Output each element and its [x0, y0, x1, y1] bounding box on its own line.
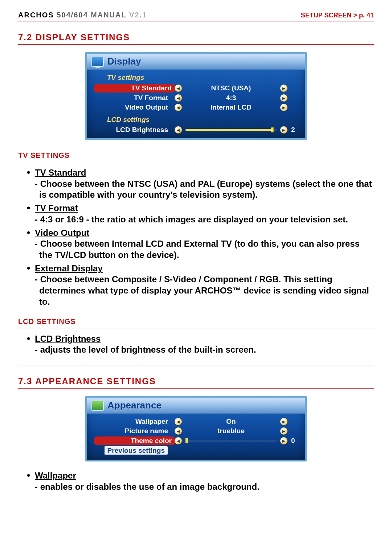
row-tv-standard: TV Standard ◄ NTSC (USA) ► [87, 83, 305, 93]
arrow-left-icon: ◄ [175, 85, 182, 92]
appearance-screenshot: Appearance Wallpaper ◄ On ► Picture name… [85, 396, 307, 461]
display-title: Display [107, 56, 141, 67]
brightness-slider [185, 129, 277, 131]
arrow-left-icon: ◄ [175, 437, 182, 444]
list-item: Wallpaper enables or disables the use of… [27, 470, 374, 492]
item-desc: Choose between Composite / S-Video / Com… [39, 274, 374, 307]
group-lcd-settings: LCD settings [87, 112, 305, 125]
page-header: ARCHOS 504/604 MANUAL V2.1 SETUP SCREEN … [18, 11, 374, 21]
item-title: Video Output [35, 228, 89, 238]
list-item: TV Standard Choose between the NTSC (USA… [27, 167, 374, 201]
breadcrumb: SETUP SCREEN > p. 41 [301, 12, 374, 19]
theme-color-value: 0 [290, 437, 298, 445]
value-picture-name: trueblue [184, 427, 278, 435]
label-theme-color: Theme color [94, 436, 175, 445]
display-screenshot: Display TV settings TV Standard ◄ NTSC (… [85, 52, 307, 140]
lcd-settings-list: LCD Brightness adjusts the level of brig… [18, 333, 374, 356]
label-picture-name: Picture name [125, 427, 168, 435]
arrow-right-icon: ► [280, 85, 287, 92]
label-wallpaper: Wallpaper [135, 418, 168, 425]
divider [18, 365, 374, 365]
label-lcd-brightness: LCD Brightness [116, 126, 168, 134]
row-tv-format: TV Format ◄ 4:3 ► [87, 93, 305, 103]
list-item: LCD Brightness adjusts the level of brig… [27, 333, 374, 356]
arrow-right-icon: ► [280, 418, 287, 425]
label-video-output: Video Output [125, 103, 168, 111]
item-desc: adjusts the level of brightness of the b… [39, 344, 374, 356]
subheader-tv-settings: TV Settings [18, 149, 374, 162]
list-item: Video Output Choose between Internal LCD… [27, 227, 374, 261]
label-tv-standard: TV Standard [94, 84, 175, 93]
header-left: ARCHOS 504/604 MANUAL V2.1 [18, 11, 147, 19]
value-tv-format: 4:3 [184, 94, 278, 102]
item-title: Wallpaper [35, 471, 76, 480]
monitor-icon [91, 57, 104, 67]
arrow-left-icon: ◄ [175, 418, 182, 425]
row-lcd-brightness: LCD Brightness ◄ ► 2 [87, 125, 305, 135]
group-tv-settings: TV settings [87, 70, 305, 83]
item-title: TV Standard [35, 168, 86, 177]
tv-settings-list: TV Standard Choose between the NTSC (USA… [18, 167, 374, 308]
row-video-output: Video Output ◄ Internal LCD ► [87, 103, 305, 112]
subheader-lcd-settings: LCD Settings [18, 315, 374, 328]
value-tv-standard: NTSC (USA) [184, 84, 278, 92]
version: V2.1 [129, 11, 147, 19]
arrow-left-icon: ◄ [175, 126, 182, 134]
list-item: TV Format 4:3 or 16:9 - the ratio at whi… [27, 203, 374, 225]
row-wallpaper: Wallpaper ◄ On ► [87, 417, 305, 426]
appearance-list: Wallpaper enables or disables the use of… [18, 470, 374, 492]
label-tv-format: TV Format [134, 94, 168, 102]
arrow-left-icon: ◄ [175, 427, 182, 435]
model: 504/604 [57, 11, 88, 19]
row-theme-color: Theme color ◄ ► 0 [87, 436, 305, 446]
manual-label: MANUAL [91, 11, 126, 19]
theme-color-slider [185, 440, 277, 442]
arrow-right-icon: ► [280, 427, 287, 435]
arrow-right-icon: ► [280, 437, 287, 444]
item-desc: Choose between Internal LCD and External… [39, 238, 374, 260]
item-desc: enables or disables the use of an image … [39, 481, 374, 493]
value-video-output: Internal LCD [184, 103, 278, 111]
brightness-value: 2 [290, 126, 298, 134]
arrow-right-icon: ► [280, 126, 287, 134]
section-title-73: 7.3 APPEARANCE SETTINGS [18, 376, 374, 389]
item-title: External Display [35, 263, 103, 273]
row-previous-settings: Previous settings [87, 446, 305, 455]
item-desc: Choose between the NTSC (USA) and PAL (E… [39, 178, 374, 201]
item-title: LCD Brightness [35, 334, 101, 344]
arrow-right-icon: ► [280, 104, 287, 111]
brand: ARCHOS [18, 11, 54, 19]
shot-title-appearance: Appearance [87, 398, 305, 414]
item-desc: 4:3 or 16:9 - the ratio at which images … [39, 214, 374, 225]
appearance-title: Appearance [107, 400, 162, 411]
row-picture-name: Picture name ◄ trueblue ► [87, 426, 305, 436]
section-title-72: 7.2 DISPLAY SETTINGS [18, 32, 374, 45]
arrow-right-icon: ► [280, 94, 287, 102]
label-previous-settings: Previous settings [104, 446, 168, 455]
value-wallpaper: On [184, 418, 278, 426]
arrow-left-icon: ◄ [175, 94, 182, 102]
shot-title-display: Display [87, 54, 305, 70]
item-title: TV Format [35, 203, 78, 213]
appearance-icon [91, 401, 104, 411]
arrow-left-icon: ◄ [175, 104, 182, 111]
list-item: External Display Choose between Composit… [27, 263, 374, 308]
